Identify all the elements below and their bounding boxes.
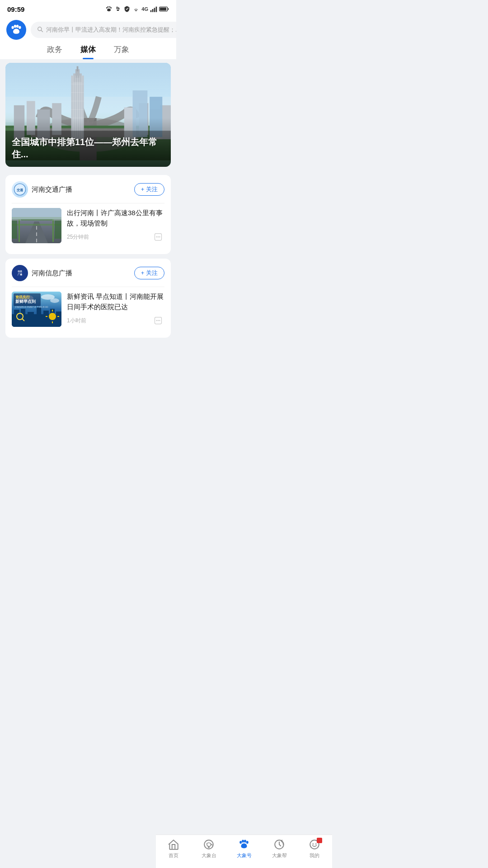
- wifi-icon: [132, 6, 140, 12]
- traffic-logo-icon: 交通: [14, 183, 26, 196]
- search-placeholder: 河南你早丨甲流进入高发期！河南疾控紧急提醒；...: [46, 26, 176, 34]
- source-info-traffic: 交通 河南交通广播: [12, 181, 72, 198]
- svg-text:信息: 信息: [17, 270, 23, 273]
- battery-icon: [159, 6, 169, 12]
- svg-text:资讯先行: 资讯先行: [15, 295, 30, 299]
- source-header-info: 信息 广播 河南信息广播 + 关注: [12, 265, 164, 281]
- svg-rect-10: [168, 8, 169, 10]
- svg-point-95: [158, 320, 159, 321]
- bottom-nav: 首页 大象台 大象号: [156, 835, 176, 868]
- source-info-info: 信息 广播 河南信息广播: [12, 265, 72, 281]
- news-thumbnail-road: 许广高速: [12, 208, 61, 243]
- news-meta-traffic: 25分钟前: [67, 231, 164, 243]
- svg-text:交通: 交通: [17, 188, 23, 192]
- news-time-info: 1小时前: [67, 317, 86, 325]
- source-avatar-traffic: 交通: [12, 181, 28, 198]
- home-icon: [168, 839, 176, 850]
- svg-point-73: [50, 298, 59, 303]
- hand-icon: [114, 5, 122, 13]
- search-icon: [37, 26, 43, 34]
- news-content-info: 新鲜资讯 早点知道丨河南能开展日间手术的医院已达 1小时前: [67, 292, 164, 327]
- search-bar[interactable]: 河南你早丨甲流进入高发期！河南疾控紧急提醒；...: [31, 22, 176, 38]
- source-header-traffic: 交通 河南交通广播 + 关注: [12, 181, 164, 198]
- news-content-traffic: 出行河南丨许广高速38公里有事故，现场管制 25分钟前: [67, 208, 164, 243]
- svg-rect-55: [52, 219, 54, 242]
- svg-rect-56: [12, 224, 61, 226]
- svg-point-67: [14, 267, 25, 278]
- road-thumbnail-svg: 许广高速: [12, 208, 61, 243]
- more-button-info[interactable]: [152, 314, 164, 327]
- svg-point-11: [12, 26, 14, 29]
- svg-line-16: [41, 30, 43, 32]
- shield-icon: [123, 5, 131, 13]
- svg-rect-62: [12, 217, 61, 221]
- svg-rect-54: [19, 219, 20, 242]
- status-time: 09:59: [7, 5, 24, 13]
- nav-home-icon-wrap: [168, 839, 176, 850]
- svg-point-15: [38, 27, 42, 30]
- tab-panorama[interactable]: 万象: [114, 44, 129, 59]
- more-icon-2: [154, 316, 163, 325]
- svg-rect-60: [55, 221, 61, 239]
- more-icon: [154, 232, 163, 241]
- tab-politics[interactable]: 政务: [47, 44, 62, 59]
- svg-point-66: [159, 236, 160, 238]
- nav-home-label: 首页: [169, 852, 176, 859]
- svg-rect-59: [12, 221, 17, 239]
- news-meta-info: 1小时前: [67, 314, 164, 327]
- svg-rect-5: [152, 9, 154, 12]
- network-badge: 4G: [141, 6, 148, 12]
- news-card-info: 信息 广播 河南信息广播 + 关注: [5, 259, 171, 338]
- svg-point-64: [156, 236, 157, 238]
- svg-text:新鲜早点到: 新鲜早点到: [15, 299, 36, 304]
- svg-point-96: [159, 320, 160, 321]
- news-thumbnail-morning: 资讯先行 新鲜早点到 FM105.6 FM97.8 7:00-8:00: [12, 292, 61, 327]
- svg-rect-37: [77, 66, 79, 71]
- follow-button-info[interactable]: + 关注: [134, 267, 164, 279]
- source-name-traffic: 河南交通广播: [32, 185, 72, 194]
- hero-title: 全国城市中排第11位——郑州去年常住...: [12, 136, 164, 160]
- svg-text:FM105.6 FM97.8 7:00-8:00: FM105.6 FM97.8 7:00-8:00: [15, 306, 48, 308]
- svg-point-65: [158, 236, 159, 238]
- info-logo-icon: 信息 广播: [14, 267, 26, 279]
- svg-rect-81: [56, 311, 61, 323]
- paw-icon: [105, 5, 113, 13]
- source-name-info: 河南信息广播: [32, 269, 72, 278]
- svg-point-1: [108, 6, 109, 8]
- svg-rect-4: [150, 10, 152, 12]
- content-area: 交通 河南交通广播 + 关注: [0, 170, 176, 347]
- svg-point-3: [111, 7, 112, 9]
- news-item-info[interactable]: 资讯先行 新鲜早点到 FM105.6 FM97.8 7:00-8:00 新鲜资: [12, 287, 164, 331]
- tabs-container: 政务 媒体 万象: [0, 40, 176, 59]
- svg-point-14: [19, 26, 21, 29]
- svg-rect-6: [154, 8, 155, 12]
- svg-rect-9: [160, 8, 166, 10]
- source-avatar-info: 信息 广播: [12, 265, 28, 281]
- logo-paw-icon: [10, 24, 23, 36]
- tab-media[interactable]: 媒体: [80, 44, 96, 59]
- news-title-info: 新鲜资讯 早点知道丨河南能开展日间手术的医院已达: [67, 292, 164, 312]
- follow-button-traffic[interactable]: + 关注: [134, 183, 164, 196]
- hero-banner[interactable]: 全国城市中排第11位——郑州去年常住...: [5, 63, 171, 167]
- status-bar: 09:59 4G: [0, 0, 176, 16]
- hero-overlay: 全国城市中排第11位——郑州去年常住...: [5, 118, 171, 167]
- svg-rect-77: [28, 312, 34, 323]
- header: 河南你早丨甲流进入高发期！河南疾控紧急提醒；...: [0, 16, 176, 40]
- svg-point-0: [106, 7, 108, 9]
- svg-rect-78: [37, 307, 41, 323]
- news-time-traffic: 25分钟前: [67, 233, 89, 241]
- svg-point-2: [109, 6, 111, 8]
- more-button-traffic[interactable]: [152, 231, 164, 243]
- morning-thumbnail-svg: 资讯先行 新鲜早点到 FM105.6 FM97.8 7:00-8:00: [12, 292, 61, 327]
- svg-point-94: [156, 320, 157, 321]
- status-icons: 4G: [105, 5, 169, 13]
- svg-point-12: [14, 25, 16, 28]
- svg-text:广播: 广播: [17, 273, 23, 276]
- news-item-traffic[interactable]: 许广高速 出行河南丨许广高速38公里有事故，现场管制 25分钟前: [12, 203, 164, 248]
- app-logo[interactable]: [6, 20, 26, 40]
- nav-home[interactable]: 首页: [160, 839, 176, 859]
- svg-point-13: [16, 25, 19, 28]
- news-title-traffic: 出行河南丨许广高速38公里有事故，现场管制: [67, 208, 164, 228]
- news-card-traffic: 交通 河南交通广播 + 关注: [5, 175, 171, 254]
- signal-icon: [150, 6, 157, 12]
